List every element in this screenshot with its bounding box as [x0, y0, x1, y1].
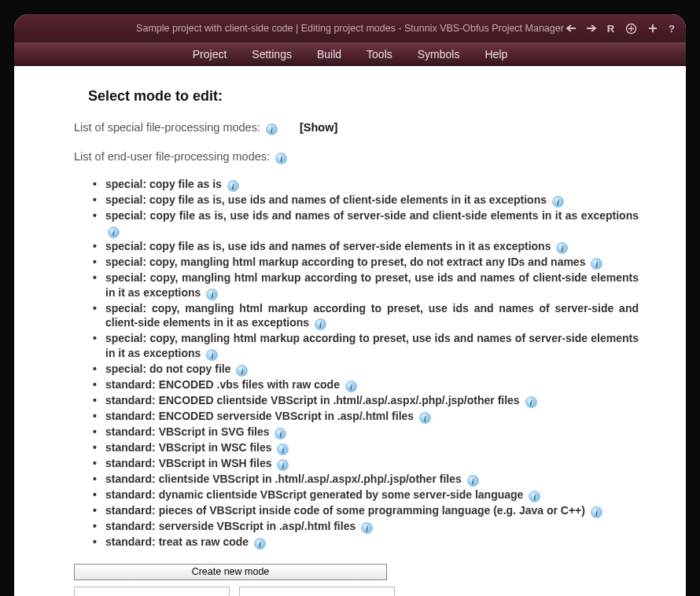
info-icon[interactable]: i [361, 522, 373, 534]
info-icon[interactable]: i [556, 242, 568, 254]
nav-build[interactable]: Build [317, 48, 341, 61]
info-icon[interactable]: i [236, 365, 248, 377]
enduser-modes-label: List of end-user file-processing modes: [74, 150, 270, 163]
mode-link[interactable]: special: copy, mangling html markup acco… [105, 332, 639, 359]
mode-item: standard: VBScript in WSC files i [93, 440, 639, 455]
mode-item: special: do not copy file i [93, 362, 639, 377]
info-icon[interactable]: i [467, 475, 479, 487]
mode-list: special: copy file as is ispecial: copy … [74, 177, 639, 549]
info-icon[interactable]: i [108, 226, 120, 238]
mode-link[interactable]: special: copy file as is [105, 178, 222, 190]
mode-item: standard: pieces of VBScript inside code… [93, 503, 639, 518]
nav-symbols[interactable]: Symbols [418, 48, 460, 61]
mode-item: standard: clientside VBScript in .html/.… [93, 472, 639, 487]
info-icon[interactable]: i [277, 459, 289, 471]
mode-item: standard: VBScript in SVG files i [93, 425, 639, 440]
enduser-modes-header: List of end-user file-processing modes: … [74, 148, 639, 166]
mode-item: special: copy, mangling html markup acco… [93, 255, 639, 270]
page-title: Select mode to edit: [88, 88, 639, 105]
mode-item: special: copy file as is i [93, 177, 639, 192]
info-icon[interactable]: i [206, 289, 218, 300]
main-nav: Project Settings Build Tools Symbols Hel… [14, 42, 686, 66]
header-toolbar: R ? [566, 14, 675, 42]
mode-link[interactable]: special: copy, mangling html markup acco… [105, 256, 585, 268]
info-icon[interactable]: i [525, 396, 537, 408]
mode-link[interactable]: special: copy file as is, use ids and na… [105, 209, 639, 222]
mode-link[interactable]: standard: VBScript in WSH files [105, 457, 272, 469]
special-modes-header: List of special file-processing modes: i… [74, 119, 639, 137]
info-icon[interactable]: i [254, 538, 266, 550]
mode-link[interactable]: special: copy, mangling html markup acco… [105, 302, 639, 329]
info-icon[interactable]: i [277, 443, 289, 455]
nav-help[interactable]: Help [484, 48, 507, 61]
mode-item: standard: treat as raw code i [93, 535, 639, 550]
button-row: Create new mode [74, 564, 639, 580]
mode-link[interactable]: standard: clientside VBScript in .html/.… [105, 473, 462, 485]
mode-item: standard: ENCODED .vbs files with raw co… [93, 377, 639, 392]
mode-link[interactable]: standard: dynamic clientside VBScript ge… [105, 488, 523, 501]
mode-item: special: copy file as is, use ids and na… [93, 193, 639, 208]
info-icon[interactable]: i [206, 349, 218, 361]
content: Select mode to edit: List of special fil… [14, 66, 686, 596]
mode-item: special: copy file as is, use ids and na… [93, 208, 639, 238]
nav-settings[interactable]: Settings [252, 48, 292, 61]
mode-link[interactable]: special: do not copy file [105, 362, 230, 375]
special-modes-label: List of special file-processing modes: [74, 121, 260, 134]
mode-link[interactable]: special: copy file as is, use ids and na… [105, 240, 551, 252]
info-icon[interactable]: i [345, 381, 357, 392]
nav-project[interactable]: Project [193, 48, 227, 61]
mode-link[interactable]: special: copy, mangling html markup acco… [105, 271, 639, 299]
mode-item: special: copy, mangling html markup acco… [93, 270, 639, 300]
back-icon[interactable] [566, 24, 576, 32]
info-icon[interactable]: i [274, 428, 286, 440]
mode-link[interactable]: standard: ENCODED serverside VBScript in… [105, 410, 414, 422]
info-icon[interactable]: i [529, 491, 540, 502]
info-icon[interactable]: i [315, 318, 326, 330]
create-mode-button[interactable]: Create new mode [74, 564, 387, 580]
info-icon[interactable]: i [266, 123, 278, 135]
help-icon[interactable]: ? [669, 23, 675, 35]
app-window: Sample project with client-side code | E… [14, 14, 686, 596]
title-bar: Sample project with client-side code | E… [14, 14, 686, 42]
mode-item: special: copy, mangling html markup acco… [93, 301, 639, 331]
mode-item: special: copy file as is, use ids and na… [93, 239, 639, 254]
info-icon[interactable]: i [227, 180, 239, 192]
mode-item: special: copy, mangling html markup acco… [93, 331, 639, 361]
mode-item: standard: ENCODED clientside VBScript in… [93, 393, 639, 408]
forward-icon[interactable] [587, 24, 596, 32]
ghost-button-1[interactable] [74, 587, 230, 596]
mode-item: standard: ENCODED serverside VBScript in… [93, 409, 639, 424]
mode-item: standard: VBScript in WSH files i [93, 456, 639, 471]
info-icon[interactable]: i [552, 196, 564, 208]
mode-link[interactable]: special: copy file as is, use ids and na… [105, 193, 547, 206]
show-toggle[interactable]: [Show] [300, 121, 337, 134]
info-icon[interactable]: i [275, 153, 287, 164]
info-icon[interactable]: i [591, 506, 602, 518]
mode-link[interactable]: standard: ENCODED clientside VBScript in… [105, 394, 520, 407]
reload-icon[interactable]: R [607, 23, 614, 35]
info-icon[interactable]: i [419, 412, 431, 424]
mode-item: standard: serverside VBScript in .asp/.h… [93, 519, 639, 534]
mode-link[interactable]: standard: serverside VBScript in .asp/.h… [105, 520, 356, 532]
mode-link[interactable]: standard: pieces of VBScript inside code… [105, 504, 585, 517]
mode-item: standard: dynamic clientside VBScript ge… [93, 487, 639, 502]
mode-link[interactable]: standard: VBScript in SVG files [105, 425, 270, 438]
plus-icon[interactable] [648, 24, 658, 33]
ghost-button-2[interactable] [239, 587, 395, 596]
mode-link[interactable]: standard: treat as raw code [105, 535, 249, 548]
ghost-button-row [74, 587, 639, 596]
zoom-in-circle-icon[interactable] [625, 23, 637, 35]
nav-tools[interactable]: Tools [367, 48, 392, 61]
info-icon[interactable]: i [591, 258, 602, 270]
mode-link[interactable]: standard: ENCODED .vbs files with raw co… [105, 378, 340, 391]
mode-link[interactable]: standard: VBScript in WSC files [105, 441, 272, 454]
